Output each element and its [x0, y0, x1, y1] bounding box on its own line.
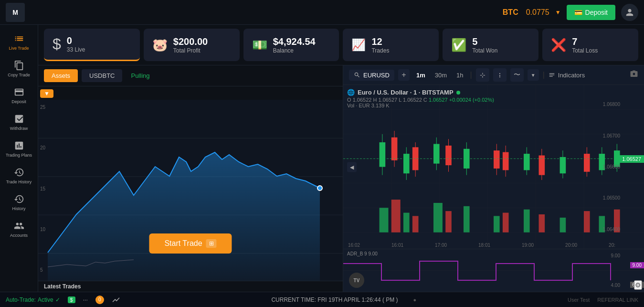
svg-rect-15	[380, 208, 389, 232]
camera-icon	[630, 70, 638, 78]
tv-y-label-3: 1.06600	[603, 164, 620, 169]
dots-button[interactable]: ···	[83, 296, 88, 303]
accounts-icon	[14, 221, 24, 231]
toolbar-tool1[interactable]: ⊹	[476, 68, 489, 82]
balance-icon: 💵	[252, 38, 267, 53]
svg-rect-55	[503, 152, 509, 170]
globe-icon: 🌐	[347, 89, 355, 96]
sidebar-item-deposit[interactable]: Deposit	[0, 82, 38, 109]
time-30m-button[interactable]: 30m	[432, 71, 450, 80]
sidebar-item-trading-plans[interactable]: Trading Plans	[0, 136, 38, 162]
stat-profit: 🐷 $200.00 Total Profit	[144, 29, 240, 61]
add-symbol-button[interactable]: +	[398, 69, 410, 81]
deposit-icon: 💳	[574, 9, 582, 16]
tv-ohlc: O 1.06522 H 1.06527 L 1.06522 C 1.06527 …	[347, 97, 494, 103]
trading-area: Assets USDBTC Pulling ▼ 25 20 15 10 5	[38, 65, 644, 292]
chart-icon-bottom	[112, 296, 120, 304]
stat-trades-value: 12	[371, 36, 389, 47]
main-body: Live Trade Copy Trade Deposit Withdraw T…	[0, 25, 644, 292]
svg-rect-41	[560, 157, 566, 173]
tv-chart-info: 🌐 Euro / U.S. Dollar · 1 · BITSTAMP O 1.…	[347, 89, 494, 108]
assets-tab[interactable]: Assets	[44, 69, 78, 82]
svg-rect-31	[380, 142, 386, 167]
stat-loss-value: 7	[572, 36, 598, 47]
sidebar: Live Trade Copy Trade Deposit Withdraw T…	[0, 25, 38, 292]
x-circle-icon: ❌	[551, 38, 566, 53]
user-profile-button[interactable]	[621, 4, 638, 21]
tv-y-label-2: 1.06700	[603, 133, 620, 138]
toolbar-tool2[interactable]: ⫶	[493, 68, 507, 82]
time-1h-button[interactable]: 1h	[454, 71, 466, 80]
y-label-20: 20	[40, 145, 45, 150]
sidebar-trading-plans-label: Trading Plans	[6, 153, 32, 158]
stat-loss-info: 7 Total Loss	[572, 36, 598, 54]
check-circle-icon: ✅	[451, 38, 466, 53]
sidebar-history-label: History	[12, 206, 25, 211]
content-area: $ 0 33 Live 🐷 $200.00 Total Profit 💵 $4,…	[38, 25, 644, 292]
y-label-5: 5	[40, 267, 45, 273]
copy-icon	[14, 60, 24, 71]
svg-rect-22	[494, 216, 500, 232]
btc-currency-label: BTC	[503, 8, 518, 17]
right-panel: EURUSD + 1m 30m 1h | ⊹ ⫶ 〜 ▼ | Indicator…	[343, 65, 644, 292]
svg-rect-33	[403, 154, 410, 173]
history-icon	[14, 194, 24, 204]
pulling-tab[interactable]: Pulling	[126, 69, 154, 82]
withdraw-icon	[14, 114, 24, 124]
tv-chart-area: 🌐 Euro / U.S. Dollar · 1 · BITSTAMP O 1.…	[343, 85, 644, 249]
auto-trade-label: Auto-Trade:	[6, 296, 36, 303]
sidebar-deposit-label: Deposit	[11, 99, 26, 104]
tv-x-6: 20:00	[565, 243, 577, 248]
checkmark-icon: ✓	[55, 296, 60, 303]
sidebar-item-history[interactable]: History	[0, 189, 38, 216]
tv-chart-svg	[343, 85, 644, 249]
nav-right: BTC 0.0775 ▼ 💳 Deposit	[503, 4, 638, 21]
sidebar-item-copy-trade[interactable]: Copy Trade	[0, 55, 38, 82]
dollar-icon: $	[53, 35, 61, 53]
deposit-button[interactable]: 💳 Deposit	[567, 5, 615, 20]
trading-plans-icon	[14, 140, 24, 151]
chart-collapse-button[interactable]: ◀	[347, 162, 357, 172]
svg-rect-57	[539, 155, 545, 175]
svg-rect-53	[494, 150, 500, 169]
time-1m-button[interactable]: 1m	[413, 71, 428, 80]
btc-price-value: 0.0775	[526, 8, 549, 17]
nav-left: M	[6, 3, 25, 22]
tv-x-1: 16:02	[348, 243, 360, 248]
toolbar-tool3[interactable]: 〜	[510, 68, 524, 82]
assets-dropdown-button[interactable]: ▼	[40, 89, 53, 98]
chart-dot	[317, 186, 322, 191]
chart-settings-button[interactable]: ⚙	[634, 280, 642, 290]
auto-trade-value: Active	[38, 296, 53, 303]
sidebar-item-accounts[interactable]: Accounts	[0, 216, 38, 243]
stat-balance-label: Balance	[273, 47, 316, 54]
live-dot	[456, 91, 460, 95]
usdbtc-tab[interactable]: USDBTC	[82, 69, 122, 82]
btc-arrow-icon: ▼	[555, 9, 561, 16]
sidebar-item-live-trade[interactable]: Live Trade	[0, 29, 38, 55]
stat-won-value: 5	[472, 36, 497, 47]
y-label-10: 10	[40, 227, 45, 232]
svg-rect-16	[391, 200, 401, 233]
svg-rect-27	[584, 211, 590, 233]
trades-icon: 📈	[351, 38, 366, 52]
tv-volume: Vol · EUR 3.139 K	[347, 103, 494, 108]
adr-chart-svg	[343, 249, 644, 292]
symbol-search-box[interactable]: EURUSD	[349, 70, 394, 81]
start-trade-button[interactable]: Start Trade ⊞	[149, 233, 232, 254]
notification-badge: 0	[95, 296, 104, 304]
stat-balance-value: $4,924.54	[273, 36, 316, 47]
indicators-button[interactable]: Indicators	[549, 72, 585, 79]
svg-rect-24	[524, 210, 530, 233]
snapshot-button[interactable]	[630, 70, 638, 80]
toolbar-expand[interactable]: ▼	[528, 69, 539, 81]
start-trade-label: Start Trade	[164, 239, 202, 248]
y-label-25: 25	[40, 105, 45, 110]
sidebar-item-withdraw[interactable]: Withdraw	[0, 109, 38, 136]
tv-x-3: 17:00	[435, 243, 447, 248]
chart-toolbar: EURUSD + 1m 30m 1h | ⊹ ⫶ 〜 ▼ | Indicator…	[343, 65, 644, 85]
sidebar-item-trade-history[interactable]: Trade History	[0, 162, 38, 189]
referral-link[interactable]: REFERRAL LINK	[597, 297, 638, 303]
user-test-link[interactable]: User Test	[568, 297, 590, 303]
top-navigation: M BTC 0.0775 ▼ 💳 Deposit	[0, 0, 644, 25]
